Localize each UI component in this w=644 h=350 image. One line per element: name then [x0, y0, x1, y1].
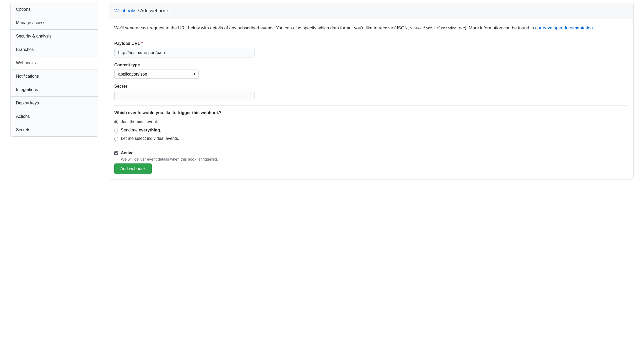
active-note: We will deliver event details when this … — [121, 157, 628, 161]
sidebar-item-manage-access[interactable]: Manage access — [11, 16, 98, 30]
payload-url-input[interactable] — [114, 48, 255, 57]
sidebar-item-security-analysis[interactable]: Security & analysis — [11, 30, 98, 43]
breadcrumb-link-webhooks[interactable]: Webhooks — [114, 8, 137, 13]
sidebar-item-notifications[interactable]: Notifications — [11, 70, 98, 83]
sidebar-item-secrets[interactable]: Secrets — [11, 123, 98, 136]
settings-sidebar: Options Manage access Security & analysi… — [10, 3, 98, 137]
divider — [114, 105, 628, 106]
intro-text: We'll send a POST request to the URL bel… — [114, 24, 628, 37]
main-panel: Webhooks / Add webhook We'll send a POST… — [109, 3, 634, 179]
events-heading: Which events would you like to trigger t… — [114, 110, 628, 115]
breadcrumb: Webhooks / Add webhook — [109, 3, 633, 19]
sidebar-item-integrations[interactable]: Integrations — [11, 83, 98, 97]
secret-label: Secret — [114, 84, 628, 89]
developer-docs-link[interactable]: our developer documentation — [535, 25, 593, 30]
payload-url-label: Payload URL * — [114, 41, 628, 46]
content-type-label: Content type — [114, 63, 628, 67]
divider — [114, 146, 628, 146]
breadcrumb-current: Add webhook — [140, 8, 169, 13]
secret-input[interactable] — [114, 91, 255, 100]
add-webhook-button[interactable]: Add webhook — [114, 163, 152, 174]
radio-individual-label[interactable]: Let me select individual events. — [121, 136, 179, 141]
radio-everything[interactable] — [114, 129, 118, 132]
content-type-select[interactable]: application/json — [114, 70, 199, 79]
sidebar-item-branches[interactable]: Branches — [11, 43, 98, 56]
radio-just-push[interactable] — [114, 120, 118, 124]
active-label[interactable]: Active — [121, 151, 133, 155]
sidebar-item-webhooks[interactable]: Webhooks — [11, 56, 98, 70]
sidebar-item-deploy-keys[interactable]: Deploy keys — [11, 97, 98, 110]
breadcrumb-sep: / — [137, 8, 140, 13]
required-mark: * — [141, 41, 143, 46]
active-checkbox[interactable] — [114, 151, 118, 155]
radio-everything-label[interactable]: Send me everything. — [121, 128, 161, 132]
radio-individual[interactable] — [114, 137, 118, 141]
sidebar-item-actions[interactable]: Actions — [11, 110, 98, 123]
sidebar-item-options[interactable]: Options — [11, 3, 98, 16]
radio-just-push-label[interactable]: Just the push event. — [121, 119, 158, 124]
